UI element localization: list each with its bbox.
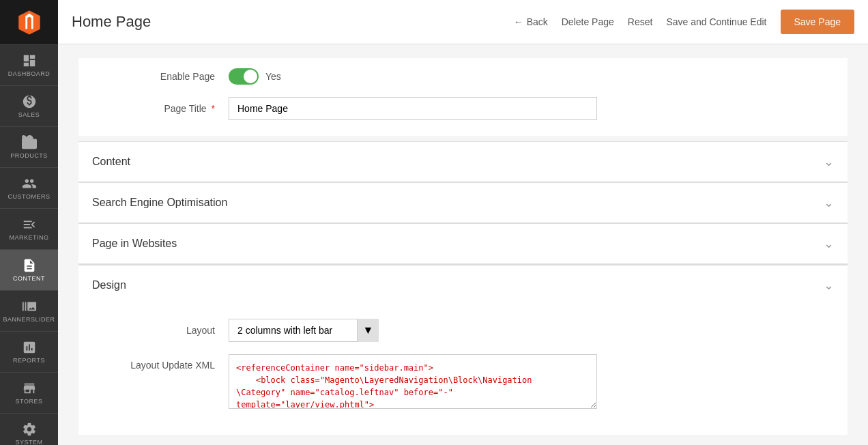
back-arrow-icon: ←	[514, 16, 523, 27]
reports-icon	[22, 340, 37, 355]
content-area: Enable Page Yes Page Title * Content ⌄	[58, 44, 868, 445]
accordion-title-websites: Page in Websites	[92, 238, 177, 250]
system-icon	[22, 422, 37, 437]
accordion-chevron-websites-icon: ⌄	[824, 236, 834, 251]
layout-label: Layout	[78, 325, 229, 336]
sidebar-item-system[interactable]: SYSTEM	[0, 413, 58, 445]
enable-page-toggle[interactable]	[229, 68, 259, 85]
back-label: Back	[527, 16, 548, 27]
page-title-label: Page Title *	[78, 103, 229, 114]
products-icon	[22, 135, 37, 150]
accordion-header-content[interactable]: Content ⌄	[78, 141, 848, 182]
sidebar-item-label-sales: SALES	[18, 111, 40, 118]
layout-xml-textarea[interactable]: <referenceContainer name="sidebar.main">…	[229, 354, 597, 409]
accordion-section-content: Content ⌄	[78, 141, 848, 182]
sidebar-item-label-customers: CUSTOMERS	[8, 193, 50, 200]
bannerslider-icon	[22, 299, 37, 314]
accordion-title-content: Content	[92, 156, 130, 168]
accordion-sections: Content ⌄ Search Engine Optimisation ⌄ P…	[78, 141, 848, 435]
sidebar-item-label-bannerslider: BANNERSLIDER	[3, 316, 55, 323]
accordion-section-design: Design ⌄ Layout 1 column 2 columns with …	[78, 264, 848, 435]
required-indicator: *	[212, 103, 215, 114]
page-header: Home Page ← Back Delete Page Reset Save …	[58, 0, 868, 44]
page-title-row: Page Title *	[78, 97, 848, 120]
header-actions: ← Back Delete Page Reset Save and Contin…	[514, 10, 854, 34]
sidebar-item-label-stores: STORES	[16, 398, 43, 405]
content-icon	[22, 258, 37, 273]
sidebar-item-dashboard[interactable]: DASHBOARD	[0, 44, 58, 85]
layout-select-wrap: 1 column 2 columns with left bar 2 colum…	[229, 319, 379, 342]
sidebar-logo	[0, 0, 58, 44]
layout-xml-label: Layout Update XML	[78, 354, 229, 371]
sidebar-item-label-system: SYSTEM	[15, 439, 42, 445]
reset-button[interactable]: Reset	[628, 16, 653, 27]
enable-page-label: Enable Page	[78, 71, 229, 82]
sidebar-item-customers[interactable]: CUSTOMERS	[0, 167, 58, 208]
reset-label: Reset	[628, 16, 653, 27]
toggle-wrap: Yes	[229, 68, 281, 85]
delete-page-button[interactable]: Delete Page	[562, 16, 614, 27]
marketing-icon	[22, 217, 37, 232]
enable-page-row: Enable Page Yes	[78, 68, 848, 85]
magento-logo-icon	[16, 10, 42, 35]
customers-icon	[22, 176, 37, 191]
accordion-section-seo: Search Engine Optimisation ⌄	[78, 182, 848, 223]
sidebar-item-label-reports: REPORTS	[13, 357, 45, 364]
accordion-chevron-seo-icon: ⌄	[824, 195, 834, 210]
save-page-button[interactable]: Save Page	[781, 10, 855, 34]
page-title-input[interactable]	[229, 97, 597, 120]
stores-icon	[22, 381, 37, 396]
accordion-header-design[interactable]: Design ⌄	[78, 265, 848, 305]
accordion-header-seo[interactable]: Search Engine Optimisation ⌄	[78, 182, 848, 222]
accordion-chevron-content-icon: ⌄	[824, 154, 834, 169]
sidebar-item-sales[interactable]: SALES	[0, 85, 58, 126]
layout-row: Layout 1 column 2 columns with left bar …	[78, 319, 848, 342]
sidebar-item-label-products: PRODUCTS	[10, 152, 48, 159]
sidebar: DASHBOARD SALES PRODUCTS CUSTOMERS MARKE…	[0, 0, 58, 445]
sidebar-item-products[interactable]: PRODUCTS	[0, 126, 58, 167]
accordion-header-websites[interactable]: Page in Websites ⌄	[78, 223, 848, 263]
back-button[interactable]: ← Back	[514, 16, 548, 27]
accordion-title-design: Design	[92, 279, 126, 291]
accordion-chevron-design-icon: ⌄	[824, 278, 834, 293]
design-body: Layout 1 column 2 columns with left bar …	[78, 305, 848, 435]
sidebar-item-label-content: CONTENT	[13, 275, 45, 282]
layout-select[interactable]: 1 column 2 columns with left bar 2 colum…	[229, 319, 379, 342]
sidebar-item-label-marketing: MARKETING	[9, 234, 48, 241]
sidebar-item-reports[interactable]: REPORTS	[0, 331, 58, 372]
page-title: Home Page	[72, 13, 514, 31]
sidebar-item-marketing[interactable]: MARKETING	[0, 208, 58, 249]
top-form: Enable Page Yes Page Title *	[78, 58, 848, 136]
save-continue-button[interactable]: Save and Continue Edit	[666, 16, 766, 27]
sales-icon	[22, 94, 37, 109]
accordion-title-seo: Search Engine Optimisation	[92, 197, 227, 209]
layout-xml-row: Layout Update XML <referenceContainer na…	[78, 354, 848, 409]
sidebar-item-label-dashboard: DASHBOARD	[8, 70, 50, 77]
main-area: Home Page ← Back Delete Page Reset Save …	[58, 0, 868, 445]
sidebar-item-stores[interactable]: STORES	[0, 372, 58, 413]
enable-page-value: Yes	[265, 71, 281, 82]
sidebar-item-bannerslider[interactable]: BANNERSLIDER	[0, 290, 58, 331]
dashboard-icon	[22, 53, 37, 68]
sidebar-item-content[interactable]: CONTENT	[0, 249, 58, 290]
accordion-section-websites: Page in Websites ⌄	[78, 223, 848, 264]
delete-label: Delete Page	[562, 16, 614, 27]
